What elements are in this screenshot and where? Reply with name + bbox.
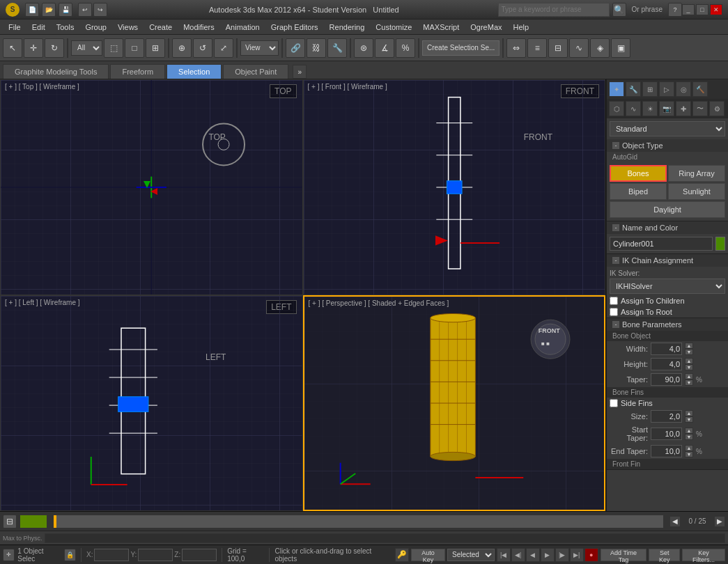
percent-snap-btn[interactable]: % [396, 38, 415, 58]
create-panel-icon[interactable]: ✦ [609, 81, 624, 97]
menu-item-customize[interactable]: Customize [370, 19, 417, 35]
transport-prev-key[interactable]: ◀| [511, 548, 525, 562]
titlebar-btn-undo[interactable]: ↩ [78, 3, 92, 17]
menu-item-maxscript[interactable]: MAXScript [417, 19, 465, 35]
z-input[interactable] [182, 549, 217, 561]
bone-params-collapse[interactable]: - [612, 321, 619, 328]
create-selection-btn[interactable]: Create Selection Se... [422, 40, 499, 56]
object-type-collapse[interactable]: - [612, 142, 619, 149]
viewport-left[interactable]: [ + ] [ Left ] [ Wireframe ] LEFT [0, 295, 303, 511]
menu-item-animation[interactable]: Animation [220, 19, 265, 35]
taper-down-btn[interactable]: ▼ [685, 379, 693, 386]
menu-item-rendering[interactable]: Rendering [324, 19, 371, 35]
menu-item-help[interactable]: Help [508, 19, 535, 35]
angle-snap-btn[interactable]: ∡ [375, 38, 394, 58]
add-time-tag-btn[interactable]: Add Time Tag [601, 549, 647, 561]
end-taper-down-btn[interactable]: ▼ [685, 451, 693, 457]
start-taper-input[interactable] [651, 428, 682, 440]
curve-btn[interactable]: ∿ [569, 38, 589, 58]
ring-array-btn[interactable]: Ring Array [668, 165, 725, 182]
transport-prev-start[interactable]: |◀ [497, 548, 511, 562]
tab-object-paint[interactable]: Object Paint [223, 64, 288, 79]
unlink-btn[interactable]: ⛓ [307, 38, 326, 58]
timeline-arrow-right[interactable]: ▶ [714, 516, 725, 527]
set-key-btn[interactable]: Set Key [649, 549, 679, 561]
sunlight-btn[interactable]: Sunlight [668, 183, 725, 200]
ik-chain-header[interactable]: - IK Chain Assignment [607, 254, 728, 267]
menu-item-ogremax[interactable]: OgreMax [465, 19, 507, 35]
start-taper-down-btn[interactable]: ▼ [685, 434, 693, 440]
titlebar-btn-help[interactable]: ? [668, 3, 682, 17]
utilities-panel-icon[interactable]: 🔨 [692, 81, 708, 97]
system-icon[interactable]: ⚙ [709, 101, 725, 116]
viewport-front[interactable]: [ + ] [ Front ] [ Wireframe ] FRONT [303, 79, 606, 295]
titlebar-btn-new[interactable]: 📄 [25, 3, 39, 17]
render-btn[interactable]: ◈ [590, 38, 610, 58]
size-down-btn[interactable]: ▼ [685, 416, 693, 423]
helper-icon[interactable]: ✚ [676, 101, 691, 116]
end-taper-input[interactable] [651, 445, 682, 457]
titlebar-btn-save[interactable]: 💾 [59, 3, 72, 17]
timeline-btn-1[interactable]: ⊟ [3, 515, 17, 528]
width-up-btn[interactable]: ▲ [685, 343, 693, 349]
biped-btn[interactable]: Biped [610, 183, 667, 200]
size-input[interactable] [651, 410, 682, 423]
transport-record[interactable]: ● [584, 548, 598, 562]
ik-chain-collapse[interactable]: - [612, 257, 619, 264]
move-status-btn[interactable]: ✛ [3, 549, 15, 561]
menu-item-file[interactable]: File [3, 19, 26, 35]
menu-item-group[interactable]: Group [79, 19, 112, 35]
light-icon[interactable]: ☀ [642, 101, 658, 116]
close-button[interactable]: ✕ [710, 4, 722, 15]
transport-play-back[interactable]: ◀ [526, 548, 540, 562]
motion-panel-icon[interactable]: ▷ [659, 81, 674, 97]
minimize-button[interactable]: _ [682, 4, 695, 15]
transport-next-end[interactable]: ▶| [570, 548, 584, 562]
tab-graphite-modeling-tools[interactable]: Graphite Modeling Tools [3, 64, 109, 79]
render-frame-btn[interactable]: ▣ [611, 38, 630, 58]
object-name-input[interactable] [610, 237, 713, 251]
maximize-button[interactable]: □ [696, 4, 708, 15]
tab-freeform[interactable]: Freeform [110, 64, 165, 79]
modify-panel-icon[interactable]: 🔧 [626, 81, 641, 97]
layer-btn[interactable]: ⊟ [548, 38, 568, 58]
taper-input[interactable] [651, 373, 682, 386]
menu-item-tools[interactable]: Tools [51, 19, 80, 35]
height-input[interactable] [651, 358, 682, 370]
width-input[interactable] [651, 343, 682, 355]
key-filters-btn[interactable]: Key Filters... [682, 549, 725, 561]
selected-dropdown[interactable]: Selected [447, 549, 495, 561]
start-taper-up-btn[interactable]: ▲ [685, 428, 693, 434]
assign-children-checkbox[interactable] [610, 297, 618, 305]
link-btn[interactable]: 🔗 [286, 38, 305, 58]
select-filter-btn[interactable]: ⬚ [104, 38, 123, 58]
viewport-perspective[interactable]: [ + ] [ Perspective ] [ Shaded + Edged F… [303, 295, 606, 511]
titlebar-btn-redo[interactable]: ↪ [93, 3, 107, 17]
move-tool-btn[interactable]: ✛ [24, 38, 43, 58]
camera-icon[interactable]: 📷 [659, 101, 674, 116]
view-dropdown[interactable]: View [240, 40, 279, 56]
color-swatch[interactable] [715, 237, 725, 251]
shape-icon[interactable]: ∿ [626, 101, 641, 116]
name-color-collapse[interactable]: - [612, 224, 619, 231]
bones-btn[interactable]: Bones [610, 165, 667, 182]
daylight-btn[interactable]: Daylight [610, 201, 725, 218]
titlebar-btn-open[interactable]: 📂 [42, 3, 56, 17]
size-up-btn[interactable]: ▲ [685, 410, 693, 416]
taper-up-btn[interactable]: ▲ [685, 373, 693, 379]
width-down-btn[interactable]: ▼ [685, 349, 693, 355]
mirror-btn[interactable]: ⇔ [506, 38, 526, 58]
timeline-track[interactable] [53, 515, 664, 528]
select-tool-btn[interactable]: ↖ [3, 38, 22, 58]
viewport-top[interactable]: [ + ] [ Top ] [ Wireframe ] TOP [0, 79, 303, 295]
menu-item-graph editors[interactable]: Graph Editors [265, 19, 324, 35]
transport-next-key[interactable]: |▶ [555, 548, 569, 562]
bind-btn[interactable]: 🔧 [327, 38, 347, 58]
ruler-track[interactable] [45, 533, 725, 543]
height-down-btn[interactable]: ▼ [685, 364, 693, 370]
tab-selection[interactable]: Selection [166, 64, 222, 79]
geom-icon[interactable]: ⬡ [609, 101, 624, 116]
align-btn[interactable]: ≡ [527, 38, 547, 58]
x-input[interactable] [94, 549, 129, 561]
side-fins-checkbox[interactable] [610, 399, 618, 407]
